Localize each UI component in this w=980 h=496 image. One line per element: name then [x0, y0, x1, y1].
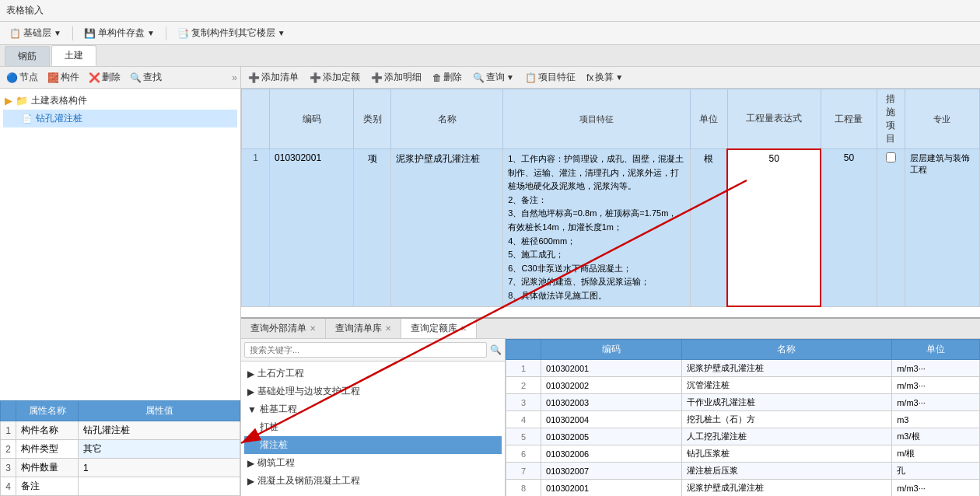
query-row[interactable]: 7 010302007 灌注桩后压浆 孔 [506, 463, 980, 480]
right-panel: ➕ 添加清单 ➕ 添加定额 ➕ 添加明细 🗑 删除 🔍 查询 ▼ 📋 [241, 67, 980, 496]
query-row[interactable]: 6 010302006 钻孔压浆桩 m/根 [506, 445, 980, 463]
query-tree: ▶ 土石方工程 ▶ 基础处理与边坡支护工程 ▼ 桩基工程 打桩 [241, 362, 505, 496]
measure-checkbox[interactable] [886, 152, 896, 162]
save-btn[interactable]: 💾 单构件存盘 ▼ [79, 25, 159, 41]
props-col-value: 属性值 [79, 401, 240, 421]
tab-query-list[interactable]: 查询清单库 ✕ [326, 319, 401, 338]
properties-table: 属性名称 属性值 1 构件名称 钻孔灌注桩 2 构件类型 其它 3 构件数量 [0, 400, 240, 496]
node-btn[interactable]: 🔵 节点 [3, 69, 41, 86]
prop-row-4: 4 备注 [1, 477, 240, 496]
qg-unit-2: m/m3··· [892, 394, 980, 411]
close-tab-list[interactable]: ✕ [385, 324, 391, 333]
qg-col-unit: 单位 [892, 340, 980, 360]
cell-type[interactable]: 项 [354, 149, 391, 307]
copy-icon: 📑 [177, 28, 189, 39]
qg-unit-0: m/m3··· [892, 360, 980, 377]
calc-btn[interactable]: fx 换算 ▼ [583, 69, 627, 86]
expand-icon-3: ▼ [247, 404, 257, 415]
cell-qty-expr[interactable]: 50 [727, 149, 821, 307]
qtree-item-masonry[interactable]: ▶ 砌筑工程 [244, 454, 502, 472]
qg-code-5: 010302006 [541, 445, 681, 463]
table-row[interactable]: 1 010302001 项 泥浆护壁成孔灌注桩 1、工作内容：护筒理设，成孔、固… [242, 149, 980, 307]
tree-root[interactable]: ▶ 📁 土建表格构件 [3, 92, 237, 110]
expand-icon[interactable]: » [232, 72, 237, 83]
col-professional-header: 专业 [905, 89, 979, 149]
add-detail-btn[interactable]: ➕ 添加明细 [367, 69, 425, 86]
prop-val-3[interactable]: 1 [79, 459, 240, 477]
query-row[interactable]: 1 010302001 泥浆护壁成孔灌注桩 m/m3··· [506, 360, 980, 377]
qg-name-0: 泥浆护壁成孔灌注桩 [681, 360, 892, 377]
prop-val-1[interactable]: 钻孔灌注桩 [79, 421, 240, 440]
file-icon: 📄 [22, 114, 33, 124]
tab-query-quota[interactable]: 查询定额库 ✕ [401, 319, 477, 338]
qg-num-4: 5 [506, 428, 541, 445]
copy-btn[interactable]: 📑 复制构件到其它楼层 ▼ [173, 25, 290, 41]
cell-measure[interactable] [877, 149, 905, 307]
delete-btn-left[interactable]: ❌ 删除 [86, 69, 124, 86]
qg-code-6: 010302007 [541, 463, 681, 480]
query-row[interactable]: 4 010302004 挖孔桩土（石）方 m3 [506, 411, 980, 428]
search-input[interactable] [244, 342, 487, 358]
query-left-pane: 🔍 ▶ 土石方工程 ▶ 基础处理与边坡支护工程 ▼ 桩基 [241, 339, 506, 496]
query-row[interactable]: 5 010302005 人工挖孔灌注桩 m3/根 [506, 428, 980, 445]
layer-dropdown-btn[interactable]: 📋 基础层 ▼ [5, 25, 66, 41]
cell-code[interactable]: 010302001 [270, 149, 354, 307]
query-right-pane: 编码 名称 单位 1 010302001 泥浆护壁成孔灌注桩 m/m3··· 2… [506, 339, 980, 496]
tab-gangjin[interactable]: 钢筋 [5, 46, 50, 66]
tab-tujian[interactable]: 土建 [51, 45, 96, 66]
bottom-content: 🔍 ▶ 土石方工程 ▶ 基础处理与边坡支护工程 ▼ 桩基 [241, 339, 980, 496]
cell-qty: 50 [821, 149, 877, 307]
col-name-header: 名称 [391, 89, 503, 149]
col-type-header: 类别 [354, 89, 391, 149]
qtree-child-driving[interactable]: 打桩 [244, 418, 502, 436]
feature-btn[interactable]: 📋 项目特征 [521, 69, 579, 86]
add-quota-btn[interactable]: ➕ 添加定额 [306, 69, 364, 86]
col-qty-expr-header: 工程量表达式 [727, 89, 821, 149]
chevron-down-icon-3: ▼ [278, 29, 285, 37]
right-toolbar: ➕ 添加清单 ➕ 添加定额 ➕ 添加明细 🗑 删除 🔍 查询 ▼ 📋 [241, 67, 980, 89]
close-tab-quota[interactable]: ✕ [460, 324, 467, 333]
add-quota-icon: ➕ [310, 72, 321, 83]
query-row[interactable]: 3 010302003 干作业成孔灌注桩 m/m3··· [506, 394, 980, 411]
save-label: 单构件存盘 [98, 26, 145, 40]
search-button[interactable]: 🔍 [490, 344, 502, 355]
cell-name[interactable]: 泥浆护壁成孔灌注桩 [391, 149, 503, 307]
qg-name-1: 沉管灌注桩 [681, 377, 892, 394]
prop-val-4[interactable] [79, 477, 240, 496]
find-btn[interactable]: 🔍 查找 [127, 69, 165, 86]
qg-code-0: 010302001 [541, 360, 681, 377]
qg-code-4: 010302005 [541, 428, 681, 445]
struct-btn[interactable]: 🧱 构件 [44, 69, 82, 86]
copy-label: 复制构件到其它楼层 [191, 26, 275, 40]
prop-row-1: 1 构件名称 钻孔灌注桩 [1, 421, 240, 440]
prop-val-2[interactable]: 其它 [79, 440, 240, 459]
qtree-item-concrete[interactable]: ▶ 混凝土及钢筋混凝土工程 [244, 472, 502, 490]
qg-col-name: 名称 [681, 340, 892, 360]
expand-icon-1: ▶ [247, 369, 254, 379]
qtree-item-pile[interactable]: ▼ 桩基工程 [244, 400, 502, 418]
tree-item-pile[interactable]: 📄 钻孔灌注桩 [3, 110, 237, 127]
qg-name-2: 干作业成孔灌注桩 [681, 394, 892, 411]
separator [72, 26, 73, 40]
bottom-area: 查询外部清单 ✕ 查询清单库 ✕ 查询定额库 ✕ 🔍 [241, 317, 980, 496]
qg-num-1: 2 [506, 377, 541, 394]
find-icon: 🔍 [130, 72, 142, 83]
delete-btn-right[interactable]: 🗑 删除 [429, 69, 466, 86]
query-btn[interactable]: 🔍 查询 ▼ [469, 69, 518, 86]
query-row[interactable]: 2 010302002 沉管灌注桩 m/m3··· [506, 377, 980, 394]
close-tab-external[interactable]: ✕ [310, 324, 316, 333]
qtree-item-foundation[interactable]: ▶ 基础处理与边坡支护工程 [244, 382, 502, 400]
query-row[interactable]: 8 010302001 泥浆护壁成孔灌注桩 m/m3··· [506, 480, 980, 497]
tree-area: ▶ 📁 土建表格构件 📄 钻孔灌注桩 [0, 89, 240, 400]
left-panel: 🔵 节点 🧱 构件 ❌ 删除 🔍 查找 » ▶ 📁 土建表格构件 [0, 67, 241, 496]
qtree-child-cast-pile[interactable]: 灌注桩 [244, 436, 502, 454]
tab-external-list[interactable]: 查询外部清单 ✕ [241, 319, 326, 338]
query-grid: 编码 名称 单位 1 010302001 泥浆护壁成孔灌注桩 m/m3··· 2… [506, 339, 980, 496]
add-list-btn[interactable]: ➕ 添加清单 [244, 69, 303, 86]
cell-unit[interactable]: 根 [690, 149, 727, 307]
prop-num-2: 2 [1, 440, 16, 459]
col-measure-header: 措施项目 [877, 89, 905, 149]
qtree-item-earthwork[interactable]: ▶ 土石方工程 [244, 365, 502, 382]
expand-icon-2: ▶ [247, 386, 254, 397]
qg-unit-6: 孔 [892, 463, 980, 480]
